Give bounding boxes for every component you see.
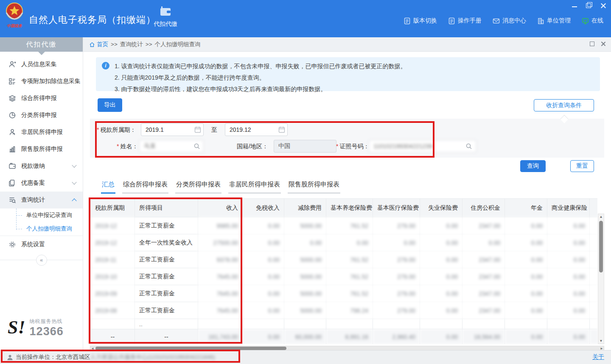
table-cell: 0.00: [505, 234, 547, 251]
sidebar-item-personnel-info[interactable]: 人员信息采集: [0, 56, 83, 73]
scroll-down-icon[interactable]: ▼: [598, 338, 604, 344]
table-row-partial[interactable]: ..: [91, 319, 598, 329]
column-header: 基本养老保险费: [326, 199, 373, 217]
menu-message-center[interactable]: 消息中心: [493, 17, 526, 25]
tab-classified-income[interactable]: 分类所得申报表: [175, 181, 221, 194]
menu-manual[interactable]: 操作手册: [448, 17, 482, 25]
calendar-icon[interactable]: [278, 126, 285, 133]
tab-comprehensive-income[interactable]: 综合所得申报表: [122, 181, 168, 194]
tab-nonresident-income[interactable]: 非居民所得申报表: [228, 181, 281, 194]
sidebar-item-comprehensive-income[interactable]: 综合所得申报: [0, 90, 83, 107]
person-icon: [8, 128, 16, 136]
sidebar-subitem-unit-declaration-query[interactable]: 单位申报记录查询: [0, 208, 83, 222]
sidebar-collapse-button[interactable]: «: [36, 255, 47, 266]
table-row[interactable]: 2019-10正常工资薪金7645.000.005000.00761.52279…: [91, 268, 598, 285]
about-link[interactable]: 关于: [592, 353, 604, 361]
main-area: 首页 >> 查询统计 >> 个人扣缴明细查询 i 1. 该查询统计表仅能查询已申…: [83, 37, 611, 350]
nav-tab-withholding[interactable]: 代扣代缴: [148, 6, 183, 36]
sidebar-item-special-deduction[interactable]: 专项附加扣除信息采集: [0, 73, 83, 90]
menu-label: 操作手册: [458, 17, 482, 25]
tab-restricted-shares[interactable]: 限售股所得申报表: [288, 181, 340, 194]
table-cell: 0.00: [505, 285, 547, 302]
table-cell: 5000.00: [284, 285, 326, 302]
table-cell: 761.52: [326, 217, 373, 234]
table-row[interactable]: 2019-12正常工资薪金9985.000.005000.00761.52279…: [91, 217, 598, 234]
sidebar-item-system-settings[interactable]: 系统设置: [0, 236, 83, 253]
table-cell: 761.52: [326, 285, 373, 302]
table-cell: 2019-09: [91, 285, 135, 302]
table-cell: 5000.00: [284, 302, 326, 319]
menu-unit-management[interactable]: 单位管理: [537, 17, 571, 25]
form-row-person: *姓名： 国籍/地区： *证照号码：: [90, 136, 604, 153]
table-cell: [326, 319, 373, 329]
mail-icon: [493, 17, 500, 25]
reset-button[interactable]: 重置: [570, 160, 594, 172]
table-cell: 2347.00: [462, 217, 505, 234]
menu-version-switch[interactable]: 版本切换: [404, 17, 437, 25]
maximize-icon[interactable]: [590, 42, 594, 46]
table-row[interactable]: 2019-12全年一次性奖金收入27500.000.000.000.000.00…: [91, 234, 598, 251]
tax-bureau-logo: 中国税务: [3, 2, 26, 34]
column-header: 免税收入: [243, 199, 284, 217]
layers-icon: [8, 94, 16, 102]
scroll-up-icon[interactable]: ▲: [598, 214, 604, 220]
sidebar-item-label: 人员信息采集: [21, 61, 57, 68]
nav-tab-label: 代扣代缴: [148, 20, 183, 28]
collapse-query-button[interactable]: 收折查询条件: [534, 99, 594, 111]
column-header: 住房公积金: [462, 199, 505, 217]
search-icon[interactable]: [193, 143, 200, 150]
export-button[interactable]: 导出: [98, 98, 122, 112]
sidebar-item-restricted-shares[interactable]: 限售股所得申报: [0, 141, 83, 158]
sidebar-item-label: 查询统计: [21, 196, 45, 204]
close-icon[interactable]: [600, 3, 607, 8]
menu-online-status[interactable]: 在线: [582, 17, 603, 25]
table-cell: 0.00: [505, 302, 547, 319]
content-area: i 1. 该查询统计表仅能查询已申报成功的数据，不包含未申报、申报失败，已申报但…: [83, 52, 611, 350]
id-label: *证照号码：: [336, 139, 369, 153]
table-cell: 761.52: [326, 251, 373, 268]
table-cell: 279.00: [373, 302, 420, 319]
table-cell: 0.00: [420, 285, 462, 302]
gear-icon: [8, 241, 16, 248]
table-row[interactable]: 2019-11正常工资薪金9378.000.005000.00761.52279…: [91, 251, 598, 268]
hotline-number: 12366: [30, 325, 64, 338]
sidebar-item-classified-income[interactable]: 分类所得申报: [0, 107, 83, 124]
logo-caption: 中国税务: [3, 23, 26, 29]
table-row[interactable]: 2019-09正常工资薪金7645.000.005000.00761.52279…: [91, 285, 598, 302]
query-button[interactable]: 查询: [520, 160, 546, 172]
minimize-icon[interactable]: [571, 3, 578, 8]
current-unit-visible: 北京市西城区: [56, 353, 90, 361]
table-cell: 2347.00: [462, 285, 505, 302]
sidebar-item-tax-payment[interactable]: 税款缴纳: [0, 158, 83, 175]
vertical-scroll-thumb[interactable]: [599, 221, 603, 272]
search-icon[interactable]: [465, 143, 472, 150]
table-cell: [505, 319, 547, 329]
restore-icon[interactable]: [586, 3, 592, 8]
horizontal-scroll-thumb[interactable]: [95, 347, 286, 350]
building-icon: [537, 17, 544, 25]
sidebar-subitem-personal-withholding-query[interactable]: 个人扣缴明细查询: [0, 222, 83, 236]
vertical-scrollbar[interactable]: ▲ ▼: [598, 214, 604, 344]
table-cell: 0.00: [326, 234, 373, 251]
sidebar-item-label: 系统设置: [21, 241, 45, 248]
id-number-input[interactable]: [369, 140, 476, 153]
summary-table: 税款所属期所得项目收入免税收入减除费用基本养老保险费基本医疗保险费失业保险费住房…: [90, 198, 597, 344]
table-cell: 0.00: [547, 234, 590, 251]
title-bar: 中国税务 自然人电子税务局（扣缴端） 代扣代缴 版本切换 操作手: [0, 0, 611, 37]
table-cell: 0.00: [547, 302, 590, 319]
table-cell: 0.00: [505, 268, 547, 285]
app-window: 中国税务 自然人电子税务局（扣缴端） 代扣代缴 版本切换 操作手: [0, 0, 611, 364]
calendar-icon[interactable]: [194, 126, 201, 133]
tab-summary[interactable]: 汇总: [101, 181, 115, 194]
sidebar-collapse-divider: «: [0, 260, 83, 260]
table-cell: 5000.00: [284, 268, 326, 285]
breadcrumb-home[interactable]: 首页: [89, 41, 108, 48]
app-title: 自然人电子税务局（扣缴端）: [29, 14, 156, 26]
chevron-down-icon: [72, 163, 76, 167]
table-row[interactable]: 2019-08正常工资薪金7645.000.005000.00798.24279…: [91, 302, 598, 319]
close-icon[interactable]: [600, 41, 606, 47]
table-cell: ..: [135, 319, 198, 329]
sidebar-item-preference-record[interactable]: 优惠备案: [0, 175, 83, 192]
sidebar-item-query-statistics[interactable]: 查询统计: [0, 192, 83, 208]
sidebar-item-nonresident-income[interactable]: 非居民所得申报: [0, 124, 83, 141]
